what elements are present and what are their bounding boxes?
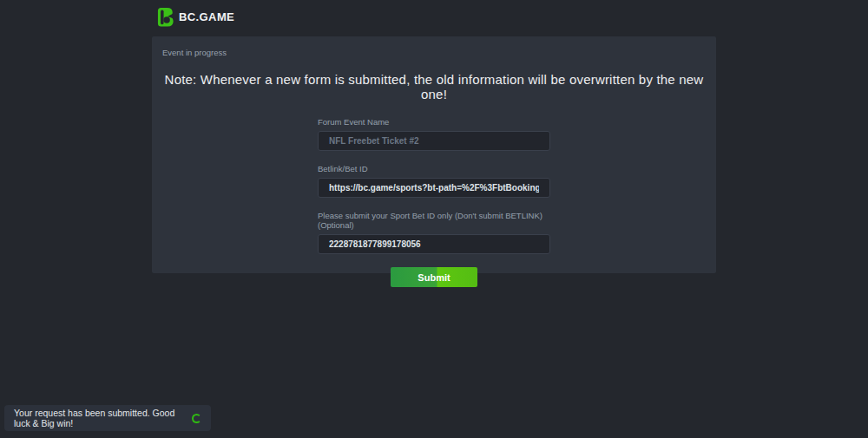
sport-bet-id-label: Please submit your Sport Bet ID only (Do… xyxy=(318,211,550,230)
field-forum-event-name: Forum Event Name xyxy=(318,117,550,151)
event-status-label: Event in progress xyxy=(162,48,706,57)
sport-bet-id-input[interactable] xyxy=(318,234,550,254)
brand-logo[interactable]: BC.GAME xyxy=(155,7,234,27)
toast-message: Your request has been submitted. Good lu… xyxy=(14,408,185,428)
forum-event-name-label: Forum Event Name xyxy=(318,117,550,127)
success-toast: Your request has been submitted. Good lu… xyxy=(4,405,211,431)
betlink-input[interactable] xyxy=(318,178,550,198)
forum-event-name-input[interactable] xyxy=(318,131,550,151)
betlink-label: Betlink/Bet ID xyxy=(318,164,550,173)
event-form-card: Event in progress Note: Whenever a new f… xyxy=(152,36,716,273)
bcgame-logo-icon xyxy=(155,7,174,27)
loading-spinner-icon xyxy=(192,414,201,423)
submit-button[interactable]: Submit xyxy=(391,267,477,287)
field-betlink: Betlink/Bet ID xyxy=(318,164,550,198)
brand-name: BC.GAME xyxy=(179,10,234,23)
field-sport-bet-id: Please submit your Sport Bet ID only (Do… xyxy=(318,211,550,254)
page-header: BC.GAME xyxy=(0,0,868,33)
event-form: Forum Event Name Betlink/Bet ID Please s… xyxy=(318,117,550,287)
overwrite-note: Note: Whenever a new form is submitted, … xyxy=(162,72,706,101)
